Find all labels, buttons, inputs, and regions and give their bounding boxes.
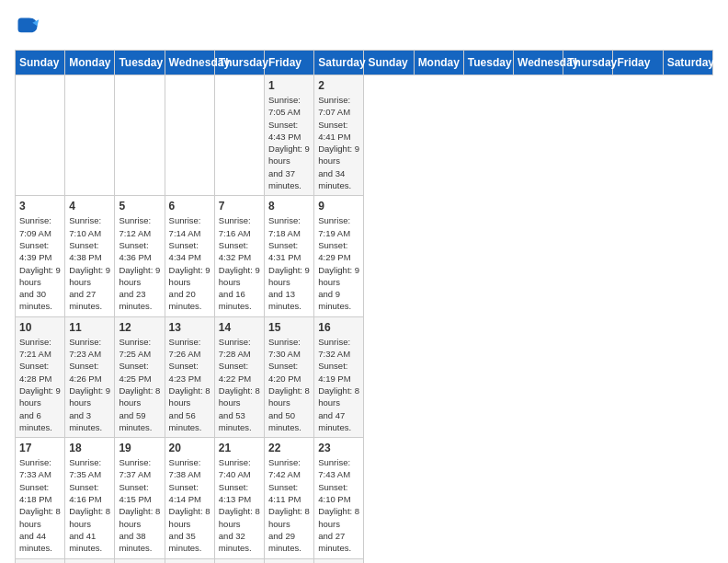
day-number: 12 [119, 321, 160, 334]
day-info: Sunrise: 7:12 AM Sunset: 4:36 PM Dayligh… [119, 214, 160, 312]
day-info: Sunrise: 7:10 AM Sunset: 4:38 PM Dayligh… [69, 214, 110, 312]
column-header-monday: Monday [65, 51, 115, 75]
calendar-cell: 10Sunrise: 7:21 AM Sunset: 4:28 PM Dayli… [16, 316, 65, 437]
column-header-friday: Friday [265, 51, 314, 75]
column-header-monday: Monday [414, 51, 463, 75]
logo [15, 15, 44, 40]
calendar-cell: 9Sunrise: 7:19 AM Sunset: 4:29 PM Daylig… [314, 196, 364, 316]
column-header-sunday: Sunday [16, 51, 65, 75]
calendar-cell [115, 75, 165, 196]
day-info: Sunrise: 7:33 AM Sunset: 4:18 PM Dayligh… [19, 456, 61, 554]
calendar-cell: 25Sunrise: 7:47 AM Sunset: 4:08 PM Dayli… [65, 558, 115, 563]
column-header-thursday: Thursday [563, 51, 613, 75]
day-info: Sunrise: 7:19 AM Sunset: 4:29 PM Dayligh… [318, 214, 359, 312]
day-number: 4 [69, 200, 110, 213]
day-info: Sunrise: 7:25 AM Sunset: 4:25 PM Dayligh… [119, 336, 160, 433]
calendar-cell: 18Sunrise: 7:35 AM Sunset: 4:16 PM Dayli… [65, 438, 115, 558]
day-number: 7 [219, 200, 260, 213]
calendar-cell: 21Sunrise: 7:40 AM Sunset: 4:13 PM Dayli… [214, 438, 264, 558]
day-number: 16 [318, 321, 359, 334]
calendar-cell: 5Sunrise: 7:12 AM Sunset: 4:36 PM Daylig… [115, 196, 165, 316]
column-header-saturday: Saturday [314, 51, 364, 75]
column-header-wednesday: Wednesday [165, 51, 214, 75]
day-number: 18 [69, 442, 110, 454]
column-header-sunday: Sunday [364, 51, 414, 75]
day-info: Sunrise: 7:28 AM Sunset: 4:22 PM Dayligh… [219, 336, 260, 433]
calendar-cell [165, 75, 214, 196]
calendar-week-2: 3Sunrise: 7:09 AM Sunset: 4:39 PM Daylig… [16, 196, 713, 316]
day-number: 19 [119, 442, 160, 454]
day-number: 1 [268, 79, 310, 92]
day-number: 20 [169, 442, 210, 454]
column-header-tuesday: Tuesday [463, 51, 513, 75]
column-header-tuesday: Tuesday [115, 51, 165, 75]
calendar-cell: 16Sunrise: 7:32 AM Sunset: 4:19 PM Dayli… [314, 316, 364, 437]
day-number: 13 [169, 321, 210, 334]
calendar-week-1: 1Sunrise: 7:05 AM Sunset: 4:43 PM Daylig… [16, 75, 713, 196]
calendar-cell: 13Sunrise: 7:26 AM Sunset: 4:23 PM Dayli… [165, 316, 214, 437]
calendar-cell: 23Sunrise: 7:43 AM Sunset: 4:10 PM Dayli… [314, 438, 364, 558]
calendar-cell: 4Sunrise: 7:10 AM Sunset: 4:38 PM Daylig… [65, 196, 115, 316]
calendar-cell: 1Sunrise: 7:05 AM Sunset: 4:43 PM Daylig… [265, 75, 314, 196]
calendar-cell [214, 75, 264, 196]
day-number: 2 [318, 79, 359, 92]
day-info: Sunrise: 7:07 AM Sunset: 4:41 PM Dayligh… [318, 94, 359, 191]
day-info: Sunrise: 7:18 AM Sunset: 4:31 PM Dayligh… [268, 214, 310, 312]
day-info: Sunrise: 7:14 AM Sunset: 4:34 PM Dayligh… [169, 214, 210, 312]
calendar-cell: 17Sunrise: 7:33 AM Sunset: 4:18 PM Dayli… [16, 438, 65, 558]
calendar-header-row: SundayMondayTuesdayWednesdayThursdayFrid… [16, 51, 713, 75]
day-number: 21 [219, 442, 260, 454]
day-info: Sunrise: 7:32 AM Sunset: 4:19 PM Dayligh… [318, 336, 359, 433]
day-info: Sunrise: 7:42 AM Sunset: 4:11 PM Dayligh… [268, 456, 310, 554]
day-info: Sunrise: 7:23 AM Sunset: 4:26 PM Dayligh… [69, 336, 110, 433]
calendar-week-4: 17Sunrise: 7:33 AM Sunset: 4:18 PM Dayli… [16, 438, 713, 558]
day-info: Sunrise: 7:37 AM Sunset: 4:15 PM Dayligh… [119, 456, 160, 554]
calendar-cell: 30Sunrise: 7:54 AM Sunset: 4:04 PM Dayli… [314, 558, 364, 563]
column-header-friday: Friday [613, 51, 663, 75]
day-info: Sunrise: 7:16 AM Sunset: 4:32 PM Dayligh… [219, 214, 260, 312]
day-number: 11 [69, 321, 110, 334]
calendar-cell: 28Sunrise: 7:51 AM Sunset: 4:06 PM Dayli… [214, 558, 264, 563]
calendar-cell: 12Sunrise: 7:25 AM Sunset: 4:25 PM Dayli… [115, 316, 165, 437]
day-number: 15 [268, 321, 310, 334]
day-number: 8 [268, 200, 310, 213]
day-info: Sunrise: 7:40 AM Sunset: 4:13 PM Dayligh… [219, 456, 260, 554]
calendar-cell: 27Sunrise: 7:50 AM Sunset: 4:07 PM Dayli… [165, 558, 214, 563]
calendar-week-3: 10Sunrise: 7:21 AM Sunset: 4:28 PM Dayli… [16, 316, 713, 437]
calendar-cell [65, 75, 115, 196]
column-header-saturday: Saturday [663, 51, 712, 75]
day-number: 17 [19, 442, 61, 454]
calendar-cell: 6Sunrise: 7:14 AM Sunset: 4:34 PM Daylig… [165, 196, 214, 316]
calendar-cell: 24Sunrise: 7:45 AM Sunset: 4:09 PM Dayli… [16, 558, 65, 563]
column-header-thursday: Thursday [214, 51, 264, 75]
day-number: 23 [318, 442, 359, 454]
calendar-cell: 19Sunrise: 7:37 AM Sunset: 4:15 PM Dayli… [115, 438, 165, 558]
calendar-cell: 15Sunrise: 7:30 AM Sunset: 4:20 PM Dayli… [265, 316, 314, 437]
day-number: 3 [19, 200, 61, 213]
calendar-cell: 8Sunrise: 7:18 AM Sunset: 4:31 PM Daylig… [265, 196, 314, 316]
column-header-wednesday: Wednesday [514, 51, 563, 75]
day-number: 14 [219, 321, 260, 334]
calendar-cell: 3Sunrise: 7:09 AM Sunset: 4:39 PM Daylig… [16, 196, 65, 316]
day-info: Sunrise: 7:09 AM Sunset: 4:39 PM Dayligh… [19, 214, 61, 312]
calendar-cell: 22Sunrise: 7:42 AM Sunset: 4:11 PM Dayli… [265, 438, 314, 558]
calendar-cell: 14Sunrise: 7:28 AM Sunset: 4:22 PM Dayli… [214, 316, 264, 437]
calendar-cell: 7Sunrise: 7:16 AM Sunset: 4:32 PM Daylig… [214, 196, 264, 316]
calendar-cell: 26Sunrise: 7:48 AM Sunset: 4:07 PM Dayli… [115, 558, 165, 563]
day-info: Sunrise: 7:26 AM Sunset: 4:23 PM Dayligh… [169, 336, 210, 433]
calendar-table: SundayMondayTuesdayWednesdayThursdayFrid… [15, 50, 713, 563]
page-header [15, 15, 713, 40]
day-info: Sunrise: 7:30 AM Sunset: 4:20 PM Dayligh… [268, 336, 310, 433]
day-info: Sunrise: 7:35 AM Sunset: 4:16 PM Dayligh… [69, 456, 110, 554]
calendar-cell: 29Sunrise: 7:53 AM Sunset: 4:05 PM Dayli… [265, 558, 314, 563]
day-number: 6 [169, 200, 210, 213]
calendar-week-5: 24Sunrise: 7:45 AM Sunset: 4:09 PM Dayli… [16, 558, 713, 563]
day-info: Sunrise: 7:43 AM Sunset: 4:10 PM Dayligh… [318, 456, 359, 554]
calendar-cell: 2Sunrise: 7:07 AM Sunset: 4:41 PM Daylig… [314, 75, 364, 196]
day-info: Sunrise: 7:21 AM Sunset: 4:28 PM Dayligh… [19, 336, 61, 433]
day-number: 22 [268, 442, 310, 454]
logo-icon [15, 15, 40, 40]
day-number: 10 [19, 321, 61, 334]
calendar-cell [16, 75, 65, 196]
day-info: Sunrise: 7:05 AM Sunset: 4:43 PM Dayligh… [268, 94, 310, 191]
